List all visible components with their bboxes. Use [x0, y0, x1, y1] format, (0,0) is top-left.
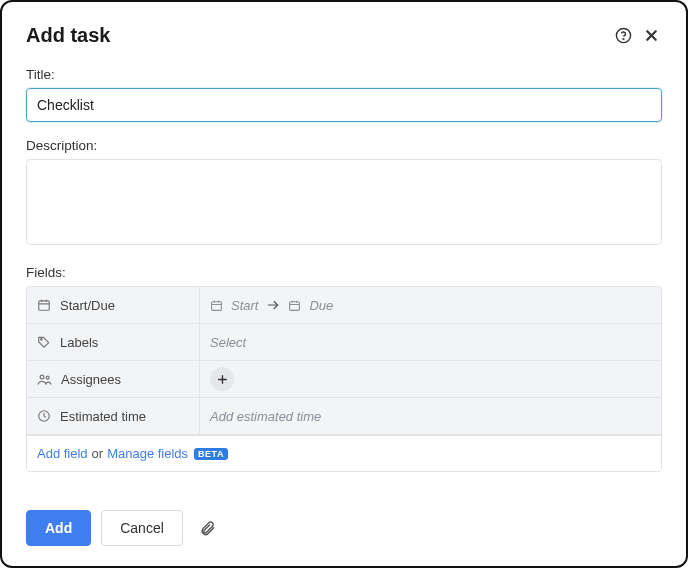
- field-name-startdue: Start/Due: [27, 287, 200, 323]
- field-value-assignees[interactable]: [200, 361, 661, 397]
- dialog-header: Add task: [26, 24, 662, 47]
- fields-label: Fields:: [26, 265, 662, 280]
- field-name-labels: Labels: [27, 324, 200, 360]
- field-row-labels: Labels Select: [27, 324, 661, 361]
- add-assignee-button[interactable]: [210, 367, 234, 391]
- svg-point-17: [41, 339, 43, 341]
- field-row-assignees: Assignees: [27, 361, 661, 398]
- add-task-dialog: Add task Title: Description:: [0, 0, 688, 568]
- attachment-icon[interactable]: [199, 520, 216, 537]
- field-value-labels[interactable]: Select: [200, 324, 661, 360]
- svg-point-19: [46, 376, 49, 379]
- dialog-title: Add task: [26, 24, 110, 47]
- start-placeholder: Start: [231, 298, 258, 313]
- field-value-estimated[interactable]: Add estimated time: [200, 398, 661, 434]
- svg-rect-8: [212, 301, 222, 310]
- arrow-right-icon: [266, 298, 280, 312]
- svg-point-18: [40, 375, 44, 379]
- title-section: Title:: [26, 67, 662, 122]
- field-name-assignees: Assignees: [27, 361, 200, 397]
- svg-point-1: [623, 39, 624, 40]
- dialog-actions: Add Cancel: [26, 510, 216, 546]
- field-label: Estimated time: [60, 409, 146, 424]
- labels-placeholder: Select: [210, 335, 246, 350]
- cancel-button[interactable]: Cancel: [101, 510, 183, 546]
- estimated-placeholder: Add estimated time: [210, 409, 321, 424]
- title-label: Title:: [26, 67, 662, 82]
- clock-icon: [37, 409, 51, 423]
- fields-section: Fields: Start/Due Start: [26, 265, 662, 472]
- beta-badge: BETA: [194, 448, 228, 460]
- description-section: Description:: [26, 138, 662, 249]
- svg-rect-13: [290, 301, 300, 310]
- field-row-startdue: Start/Due Start Due: [27, 287, 661, 324]
- plus-icon: [216, 373, 229, 386]
- due-placeholder: Due: [309, 298, 333, 313]
- title-input[interactable]: [26, 88, 662, 122]
- people-icon: [37, 372, 52, 387]
- add-button[interactable]: Add: [26, 510, 91, 546]
- field-label: Assignees: [61, 372, 121, 387]
- header-actions: [612, 25, 662, 47]
- calendar-icon: [37, 298, 51, 312]
- field-label: Labels: [60, 335, 98, 350]
- fields-footer: Add field or Manage fields BETA: [27, 435, 661, 471]
- field-value-startdue[interactable]: Start Due: [200, 287, 661, 323]
- field-name-estimated: Estimated time: [27, 398, 200, 434]
- close-icon[interactable]: [640, 25, 662, 47]
- svg-rect-4: [39, 301, 50, 310]
- description-label: Description:: [26, 138, 662, 153]
- add-field-link[interactable]: Add field: [37, 446, 88, 461]
- or-text: or: [92, 446, 104, 461]
- description-input[interactable]: [26, 159, 662, 245]
- tag-icon: [37, 335, 51, 349]
- calendar-icon: [288, 299, 301, 312]
- field-row-estimated: Estimated time Add estimated time: [27, 398, 661, 435]
- help-icon[interactable]: [612, 25, 634, 47]
- calendar-icon: [210, 299, 223, 312]
- field-label: Start/Due: [60, 298, 115, 313]
- manage-fields-link[interactable]: Manage fields: [107, 446, 188, 461]
- fields-table: Start/Due Start Due: [26, 286, 662, 472]
